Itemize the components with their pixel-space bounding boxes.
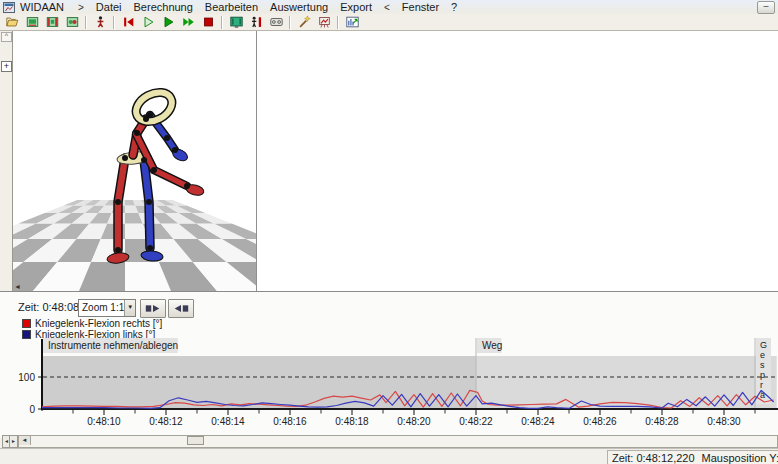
zoom-dropdown-value: Zoom 1:1 bbox=[79, 300, 124, 316]
toolbar-separator bbox=[289, 16, 291, 29]
stop-button[interactable] bbox=[199, 15, 217, 30]
scrollbar-left-arrow[interactable]: ◄ bbox=[19, 436, 31, 445]
toolbar bbox=[0, 14, 778, 31]
chart-panel: Zeit: 0:48:08 Zoom 1:1 ▼ Kniegelenk-Flex… bbox=[0, 291, 778, 438]
explorer-strip: ^ + bbox=[0, 31, 13, 291]
screen-icon bbox=[229, 15, 244, 29]
skip-to-start-button[interactable] bbox=[119, 15, 137, 30]
x-tick-label: 0:48:16 bbox=[273, 416, 307, 427]
phase-label-letter: e bbox=[760, 350, 765, 360]
menu-scroll-left-icon[interactable]: < bbox=[384, 2, 390, 13]
export-image-icon bbox=[25, 15, 40, 29]
chevron-down-icon[interactable]: ▼ bbox=[124, 300, 135, 316]
scrollbar-thumb[interactable] bbox=[187, 436, 204, 445]
phase-label: Weg bbox=[482, 340, 502, 351]
menu-item-datei[interactable]: Datei bbox=[90, 1, 128, 13]
person-stop-icon bbox=[249, 15, 264, 29]
zoom-dropdown[interactable]: Zoom 1:1 ▼ bbox=[78, 299, 136, 317]
screen-button[interactable] bbox=[227, 15, 245, 30]
tape-icon bbox=[269, 15, 284, 29]
export-image-button[interactable] bbox=[23, 15, 41, 30]
wand-button[interactable] bbox=[295, 15, 313, 30]
x-tick-label: 0:48:18 bbox=[335, 416, 369, 427]
open-folder-button[interactable] bbox=[3, 15, 21, 30]
menu-group-main: DateiBerechnungBearbeitenAuswertungExpor… bbox=[90, 1, 378, 13]
tape-button[interactable] bbox=[267, 15, 285, 30]
workspace: ^ + bbox=[0, 31, 778, 291]
minimize-button[interactable]: – bbox=[757, 1, 775, 14]
application-window: WIDAAN > DateiBerechnungBearbeitenAuswer… bbox=[0, 0, 778, 464]
status-time: Zeit: 0:48:12,220 bbox=[612, 452, 695, 464]
export-scene-icon bbox=[65, 15, 80, 29]
wand-icon bbox=[297, 15, 312, 29]
splitter-right-icon[interactable]: ► bbox=[9, 435, 18, 448]
step-forward-button[interactable] bbox=[140, 299, 166, 318]
menu-item-fenster[interactable]: Fenster bbox=[396, 1, 445, 13]
phase-region bbox=[42, 356, 476, 409]
phase-label-letter: G bbox=[760, 340, 767, 350]
toolbar-separator bbox=[113, 16, 115, 29]
export-film-button[interactable] bbox=[43, 15, 61, 30]
menu-item-export[interactable]: Export bbox=[334, 1, 378, 13]
title-menu-bar: WIDAAN > DateiBerechnungBearbeitenAuswer… bbox=[0, 0, 778, 14]
chart-hscrollbar[interactable]: ◄ bbox=[18, 435, 778, 448]
viewport-scroll-left-icon[interactable]: ◄ bbox=[14, 283, 21, 290]
legend-label: Kniegelenk-Flexion rechts [°] bbox=[35, 318, 162, 329]
open-folder-icon bbox=[5, 15, 20, 29]
app-title: WIDAAN bbox=[20, 1, 64, 13]
menu-group-window: Fenster? bbox=[396, 1, 463, 13]
legend-item: Kniegelenk-Flexion rechts [°] bbox=[22, 318, 162, 329]
status-mouse-position: Mausposition Y: 240,77 bbox=[702, 452, 778, 464]
skeleton-3d-scene bbox=[13, 31, 256, 291]
export-scene-button[interactable] bbox=[63, 15, 81, 30]
step-forward-icon bbox=[144, 303, 162, 314]
toolbar-separator bbox=[85, 16, 87, 29]
fast-forward-button[interactable] bbox=[179, 15, 197, 30]
menu-item-bearbeiten[interactable]: Bearbeiten bbox=[199, 1, 264, 13]
play-outline-icon bbox=[141, 15, 156, 29]
status-cell: Zeit: 0:48:12,220 Mausposition Y: 240,77 bbox=[607, 450, 778, 464]
person-icon bbox=[93, 15, 108, 29]
toolbar-separator bbox=[221, 16, 223, 29]
phase-label-letter: s bbox=[760, 360, 765, 370]
collapse-panel-button[interactable]: ^ bbox=[1, 32, 12, 42]
statistics-button[interactable] bbox=[315, 15, 333, 30]
status-bar: Zeit: 0:48:12,220 Mausposition Y: 240,77 bbox=[0, 448, 778, 464]
chart-export-button[interactable] bbox=[343, 15, 361, 30]
phase-label-letter: r bbox=[760, 380, 763, 390]
person-button[interactable] bbox=[91, 15, 109, 30]
chart-export-icon bbox=[345, 15, 360, 29]
y-tick-label: 0 bbox=[29, 404, 35, 415]
flexion-chart[interactable]: Instrumente nehmen/ablegenWegGesprä01000… bbox=[0, 336, 778, 428]
step-back-icon bbox=[172, 303, 190, 314]
empty-document-area bbox=[257, 31, 778, 291]
menu-item-auswertung[interactable]: Auswertung bbox=[264, 1, 334, 13]
x-tick-label: 0:48:30 bbox=[707, 416, 741, 427]
y-tick-label: 100 bbox=[18, 372, 35, 383]
x-tick-label: 0:48:20 bbox=[397, 416, 431, 427]
x-tick-label: 0:48:12 bbox=[149, 416, 183, 427]
menu-scroll-right-icon[interactable]: > bbox=[78, 2, 84, 13]
menu-item-?[interactable]: ? bbox=[445, 1, 463, 13]
person-stop-button[interactable] bbox=[247, 15, 265, 30]
phase-label: Instrumente nehmen/ablegen bbox=[48, 340, 178, 351]
x-tick-label: 0:48:14 bbox=[211, 416, 245, 427]
x-tick-label: 0:48:10 bbox=[87, 416, 121, 427]
x-tick-label: 0:48:22 bbox=[459, 416, 493, 427]
export-film-icon bbox=[45, 15, 60, 29]
app-icon bbox=[3, 2, 15, 13]
skip-to-start-icon bbox=[121, 15, 136, 29]
x-tick-label: 0:48:26 bbox=[583, 416, 617, 427]
checkerboard-floor bbox=[13, 200, 256, 291]
step-back-button[interactable] bbox=[168, 299, 194, 318]
tree-expand-button[interactable]: + bbox=[1, 61, 12, 72]
viewport-3d[interactable]: ◄ bbox=[13, 31, 257, 291]
stop-icon bbox=[201, 15, 216, 29]
x-tick-label: 0:48:24 bbox=[521, 416, 555, 427]
play-button[interactable] bbox=[159, 15, 177, 30]
menu-item-berechnung[interactable]: Berechnung bbox=[128, 1, 199, 13]
legend-color-swatch bbox=[22, 319, 31, 328]
toolbar-separator bbox=[337, 16, 339, 29]
play-outline-button[interactable] bbox=[139, 15, 157, 30]
phase-label-letter: p bbox=[760, 370, 765, 380]
